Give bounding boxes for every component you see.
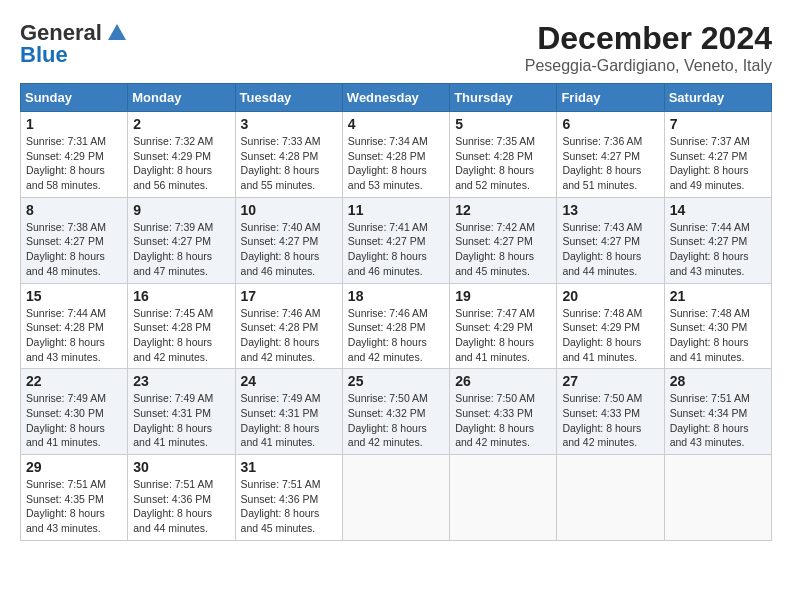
day-number: 20 [562, 288, 658, 304]
day-info: Sunrise: 7:50 AMSunset: 4:33 PMDaylight:… [562, 392, 642, 448]
day-info: Sunrise: 7:44 AMSunset: 4:28 PMDaylight:… [26, 307, 106, 363]
day-number: 4 [348, 116, 444, 132]
weekday-header: Tuesday [235, 84, 342, 112]
calendar-cell: 13 Sunrise: 7:43 AMSunset: 4:27 PMDaylig… [557, 197, 664, 283]
day-info: Sunrise: 7:33 AMSunset: 4:28 PMDaylight:… [241, 135, 321, 191]
day-info: Sunrise: 7:51 AMSunset: 4:36 PMDaylight:… [241, 478, 321, 534]
calendar-cell: 6 Sunrise: 7:36 AMSunset: 4:27 PMDayligh… [557, 112, 664, 198]
day-info: Sunrise: 7:40 AMSunset: 4:27 PMDaylight:… [241, 221, 321, 277]
page-header: General Blue December 2024 Peseggia-Gard… [20, 20, 772, 75]
calendar-cell: 1 Sunrise: 7:31 AMSunset: 4:29 PMDayligh… [21, 112, 128, 198]
day-info: Sunrise: 7:39 AMSunset: 4:27 PMDaylight:… [133, 221, 213, 277]
day-number: 10 [241, 202, 337, 218]
calendar-cell: 31 Sunrise: 7:51 AMSunset: 4:36 PMDaylig… [235, 455, 342, 541]
calendar-cell: 11 Sunrise: 7:41 AMSunset: 4:27 PMDaylig… [342, 197, 449, 283]
calendar-cell: 30 Sunrise: 7:51 AMSunset: 4:36 PMDaylig… [128, 455, 235, 541]
day-number: 17 [241, 288, 337, 304]
day-info: Sunrise: 7:41 AMSunset: 4:27 PMDaylight:… [348, 221, 428, 277]
weekday-header: Monday [128, 84, 235, 112]
day-number: 30 [133, 459, 229, 475]
day-number: 1 [26, 116, 122, 132]
weekday-header: Sunday [21, 84, 128, 112]
day-info: Sunrise: 7:48 AMSunset: 4:29 PMDaylight:… [562, 307, 642, 363]
day-info: Sunrise: 7:49 AMSunset: 4:31 PMDaylight:… [241, 392, 321, 448]
day-number: 14 [670, 202, 766, 218]
day-number: 7 [670, 116, 766, 132]
calendar-cell: 5 Sunrise: 7:35 AMSunset: 4:28 PMDayligh… [450, 112, 557, 198]
day-number: 23 [133, 373, 229, 389]
calendar-cell: 10 Sunrise: 7:40 AMSunset: 4:27 PMDaylig… [235, 197, 342, 283]
calendar-cell: 7 Sunrise: 7:37 AMSunset: 4:27 PMDayligh… [664, 112, 771, 198]
day-info: Sunrise: 7:46 AMSunset: 4:28 PMDaylight:… [348, 307, 428, 363]
weekday-header: Saturday [664, 84, 771, 112]
day-info: Sunrise: 7:51 AMSunset: 4:36 PMDaylight:… [133, 478, 213, 534]
calendar-cell: 27 Sunrise: 7:50 AMSunset: 4:33 PMDaylig… [557, 369, 664, 455]
day-info: Sunrise: 7:49 AMSunset: 4:31 PMDaylight:… [133, 392, 213, 448]
calendar-cell: 9 Sunrise: 7:39 AMSunset: 4:27 PMDayligh… [128, 197, 235, 283]
day-number: 19 [455, 288, 551, 304]
day-info: Sunrise: 7:49 AMSunset: 4:30 PMDaylight:… [26, 392, 106, 448]
day-info: Sunrise: 7:45 AMSunset: 4:28 PMDaylight:… [133, 307, 213, 363]
day-info: Sunrise: 7:35 AMSunset: 4:28 PMDaylight:… [455, 135, 535, 191]
day-info: Sunrise: 7:50 AMSunset: 4:32 PMDaylight:… [348, 392, 428, 448]
weekday-header: Friday [557, 84, 664, 112]
day-number: 18 [348, 288, 444, 304]
calendar-cell: 25 Sunrise: 7:50 AMSunset: 4:32 PMDaylig… [342, 369, 449, 455]
calendar-cell: 17 Sunrise: 7:46 AMSunset: 4:28 PMDaylig… [235, 283, 342, 369]
day-number: 24 [241, 373, 337, 389]
day-number: 5 [455, 116, 551, 132]
day-number: 25 [348, 373, 444, 389]
calendar-cell: 24 Sunrise: 7:49 AMSunset: 4:31 PMDaylig… [235, 369, 342, 455]
day-info: Sunrise: 7:46 AMSunset: 4:28 PMDaylight:… [241, 307, 321, 363]
day-number: 16 [133, 288, 229, 304]
day-number: 29 [26, 459, 122, 475]
day-number: 13 [562, 202, 658, 218]
day-info: Sunrise: 7:31 AMSunset: 4:29 PMDaylight:… [26, 135, 106, 191]
day-info: Sunrise: 7:48 AMSunset: 4:30 PMDaylight:… [670, 307, 750, 363]
day-number: 12 [455, 202, 551, 218]
day-info: Sunrise: 7:38 AMSunset: 4:27 PMDaylight:… [26, 221, 106, 277]
month-title: December 2024 [525, 20, 772, 57]
calendar-cell: 26 Sunrise: 7:50 AMSunset: 4:33 PMDaylig… [450, 369, 557, 455]
calendar-cell: 29 Sunrise: 7:51 AMSunset: 4:35 PMDaylig… [21, 455, 128, 541]
calendar-cell: 14 Sunrise: 7:44 AMSunset: 4:27 PMDaylig… [664, 197, 771, 283]
calendar-cell: 3 Sunrise: 7:33 AMSunset: 4:28 PMDayligh… [235, 112, 342, 198]
day-number: 2 [133, 116, 229, 132]
location-title: Peseggia-Gardigiano, Veneto, Italy [525, 57, 772, 75]
day-info: Sunrise: 7:34 AMSunset: 4:28 PMDaylight:… [348, 135, 428, 191]
weekday-header: Wednesday [342, 84, 449, 112]
calendar-cell: 8 Sunrise: 7:38 AMSunset: 4:27 PMDayligh… [21, 197, 128, 283]
day-number: 9 [133, 202, 229, 218]
logo-blue: Blue [20, 42, 68, 68]
title-area: December 2024 Peseggia-Gardigiano, Venet… [525, 20, 772, 75]
calendar-cell: 2 Sunrise: 7:32 AMSunset: 4:29 PMDayligh… [128, 112, 235, 198]
logo-icon [106, 22, 128, 44]
calendar-cell [664, 455, 771, 541]
day-number: 26 [455, 373, 551, 389]
day-number: 27 [562, 373, 658, 389]
calendar: SundayMondayTuesdayWednesdayThursdayFrid… [20, 83, 772, 541]
calendar-cell: 28 Sunrise: 7:51 AMSunset: 4:34 PMDaylig… [664, 369, 771, 455]
calendar-cell [557, 455, 664, 541]
day-number: 22 [26, 373, 122, 389]
calendar-cell [450, 455, 557, 541]
day-info: Sunrise: 7:42 AMSunset: 4:27 PMDaylight:… [455, 221, 535, 277]
calendar-cell: 18 Sunrise: 7:46 AMSunset: 4:28 PMDaylig… [342, 283, 449, 369]
logo: General Blue [20, 20, 128, 68]
svg-marker-0 [108, 24, 126, 40]
calendar-cell: 21 Sunrise: 7:48 AMSunset: 4:30 PMDaylig… [664, 283, 771, 369]
calendar-cell [342, 455, 449, 541]
day-number: 6 [562, 116, 658, 132]
calendar-cell: 15 Sunrise: 7:44 AMSunset: 4:28 PMDaylig… [21, 283, 128, 369]
day-info: Sunrise: 7:47 AMSunset: 4:29 PMDaylight:… [455, 307, 535, 363]
day-number: 15 [26, 288, 122, 304]
calendar-cell: 19 Sunrise: 7:47 AMSunset: 4:29 PMDaylig… [450, 283, 557, 369]
calendar-cell: 22 Sunrise: 7:49 AMSunset: 4:30 PMDaylig… [21, 369, 128, 455]
day-number: 3 [241, 116, 337, 132]
day-info: Sunrise: 7:32 AMSunset: 4:29 PMDaylight:… [133, 135, 213, 191]
day-number: 11 [348, 202, 444, 218]
calendar-cell: 16 Sunrise: 7:45 AMSunset: 4:28 PMDaylig… [128, 283, 235, 369]
day-info: Sunrise: 7:44 AMSunset: 4:27 PMDaylight:… [670, 221, 750, 277]
day-info: Sunrise: 7:37 AMSunset: 4:27 PMDaylight:… [670, 135, 750, 191]
calendar-cell: 20 Sunrise: 7:48 AMSunset: 4:29 PMDaylig… [557, 283, 664, 369]
